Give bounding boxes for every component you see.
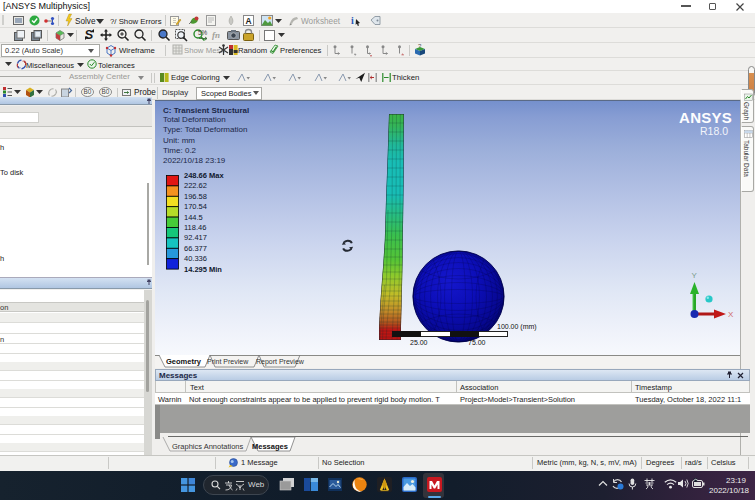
svg-text:fn: fn [212, 30, 220, 40]
svg-text:5%: 5% [198, 29, 208, 36]
svg-text:S: S [85, 28, 93, 42]
svg-text:B0: B0 [84, 88, 92, 95]
svg-text:i: i [351, 15, 354, 26]
svg-text:A: A [245, 16, 251, 26]
svg-text:X: X [728, 310, 734, 319]
svg-text:Y: Y [692, 271, 698, 280]
svg-text:B0: B0 [102, 88, 110, 95]
